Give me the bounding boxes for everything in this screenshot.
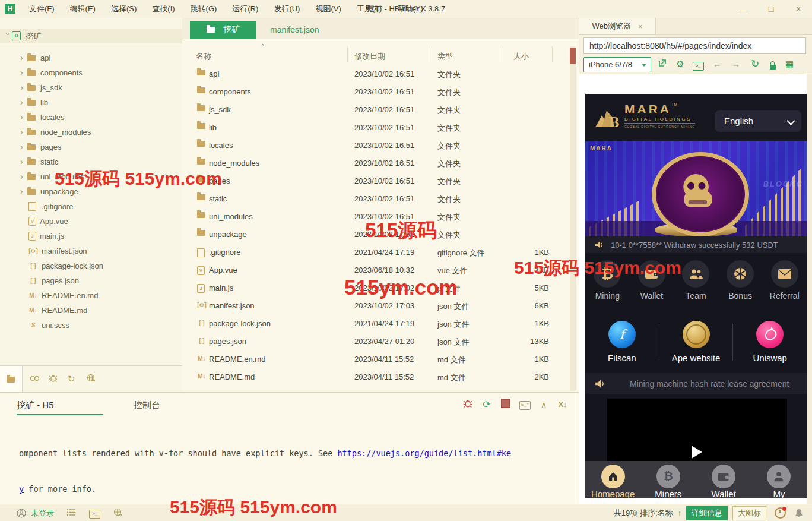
minimize-button[interactable]: — (730, 0, 757, 18)
tab-manifest-json[interactable]: manifest.json (270, 25, 319, 34)
restart-icon[interactable]: ⟳ (481, 399, 492, 410)
tree-item-uni-scss[interactable]: Suni.scss (0, 318, 211, 333)
file-row[interactable]: [ ]pages.json2023/04/27 01:20json 文件13KB (182, 333, 579, 351)
debug-bug-icon[interactable] (462, 399, 473, 410)
stop-icon[interactable] (500, 399, 511, 410)
outline-list-icon[interactable] (67, 509, 76, 518)
tree-item-main-js[interactable]: Jmain.js (0, 229, 211, 244)
debug-icon[interactable] (49, 374, 58, 384)
url-input[interactable]: http://localhost:8080/h5/#/pages/index/i… (583, 37, 806, 54)
tree-item-pages[interactable]: ›pages (0, 140, 202, 154)
device-select[interactable]: iPhone 6/7/8 (583, 57, 651, 72)
chevron-right-icon[interactable]: › (20, 113, 27, 121)
file-row[interactable]: M↓README.md2023/04/11 15:52md 文件2KB (182, 368, 579, 386)
chevron-right-icon[interactable]: › (20, 54, 27, 61)
tab-console[interactable]: 控制台 (134, 400, 160, 411)
tree-item-manifest-json[interactable]: [⚙]manifest.json (0, 244, 211, 258)
chevron-right-icon[interactable]: › (20, 188, 27, 195)
view-large-icons-button[interactable]: 大图标 (732, 506, 766, 520)
settings-gear-icon[interactable]: ⚙ (673, 57, 687, 71)
nav-bonus[interactable]: Bonus (718, 253, 763, 311)
tree-item-readme-en-md[interactable]: M↓README.en.md (0, 288, 211, 303)
file-row[interactable]: js_sdk2023/10/02 16:51文件夹 (182, 101, 579, 119)
maximize-button[interactable]: □ (757, 0, 785, 18)
file-row[interactable]: api2023/10/02 16:51文件夹 (182, 65, 579, 83)
column-header-type[interactable]: 类型 (437, 51, 453, 62)
tree-item-components[interactable]: ›components (0, 65, 202, 80)
chevron-down-icon[interactable]: › (5, 33, 12, 40)
file-row[interactable]: locales2023/10/02 16:51文件夹 (182, 137, 579, 154)
chevron-right-icon[interactable]: › (20, 173, 27, 180)
service-filscan[interactable]: f Filscan (585, 321, 659, 363)
file-row[interactable]: [⚙]manifest.json2023/10/02 17:03json 文件6… (182, 297, 579, 315)
tab-wallet[interactable]: Wallet (696, 461, 751, 498)
tree-item-readme-md[interactable]: M↓README.md (0, 303, 211, 318)
bell-icon[interactable] (794, 509, 804, 518)
scrollbar-thumb[interactable] (570, 48, 576, 64)
login-status[interactable]: 未登录 (31, 508, 54, 519)
tree-item-package-lock-json[interactable]: [ ]package-lock.json (0, 258, 211, 273)
tree-item-pages-json[interactable]: [ ]pages.json (0, 273, 211, 288)
tree-item-node_modules[interactable]: ›node_modules (0, 125, 202, 140)
open-external-icon[interactable] (655, 57, 670, 71)
file-row[interactable]: components2023/10/02 16:51文件夹 (182, 83, 579, 101)
column-header-size[interactable]: 大小 (513, 51, 529, 62)
file-row[interactable]: M↓README.en.md2023/04/11 15:52md 文件1KB (182, 351, 579, 368)
column-header-date[interactable]: 修改日期 (354, 51, 385, 62)
web-view-icon[interactable] (87, 374, 96, 384)
notification-clock-icon[interactable] (775, 507, 786, 519)
tree-item-locales[interactable]: ›locales (0, 110, 202, 125)
play-icon[interactable] (692, 446, 702, 459)
video-player[interactable] (607, 399, 787, 461)
close-button[interactable]: × (785, 0, 812, 18)
tab-run-h5[interactable]: 挖矿 - H5 (17, 400, 54, 411)
refresh-icon[interactable]: ↻ (748, 57, 762, 71)
project-explorer-tab[interactable] (0, 366, 23, 392)
chevron-right-icon[interactable]: › (20, 84, 27, 91)
tab-my[interactable]: My (751, 461, 807, 498)
nav-referral[interactable]: Referral (762, 253, 807, 311)
terminal-icon[interactable]: >_ (89, 507, 100, 519)
file-row[interactable]: lib2023/10/02 16:51文件夹 (182, 119, 579, 137)
file-row[interactable]: static2023/10/02 16:51文件夹 (182, 190, 579, 208)
view-detail-button[interactable]: 详细信息 (686, 506, 728, 520)
tree-item-app-vue[interactable]: VApp.vue (0, 214, 211, 229)
refresh-icon[interactable]: ↻ (68, 374, 75, 384)
tab-project[interactable]: 挖矿 (190, 21, 256, 39)
tab-miners[interactable]: ₿ Miners (640, 461, 696, 498)
collapse-icon[interactable]: ∧ (538, 400, 549, 409)
column-header-name[interactable]: 名称 (196, 51, 211, 62)
user-account-icon[interactable] (17, 509, 26, 518)
file-row[interactable]: node_modules2023/10/02 16:51文件夹 (182, 154, 579, 172)
chevron-right-icon[interactable]: › (20, 158, 27, 165)
tree-item-js_sdk[interactable]: ›js_sdk (0, 80, 202, 95)
chevron-right-icon[interactable]: › (20, 128, 27, 135)
browser-scroll-gutter[interactable] (807, 74, 812, 504)
chevron-right-icon[interactable]: › (20, 69, 27, 76)
tree-root-project[interactable]: › u 挖矿 (0, 29, 187, 43)
back-icon[interactable]: ← (710, 57, 724, 71)
web-cloud-icon[interactable] (113, 508, 123, 519)
qr-code-icon[interactable]: ▦ (782, 57, 797, 71)
hero-banner[interactable]: MARA BLOCKC (585, 141, 807, 236)
close-icon[interactable]: × (638, 22, 643, 31)
file-row[interactable]: pages2023/10/02 16:51文件夹 (182, 172, 579, 190)
language-select[interactable]: English (715, 110, 801, 132)
chevron-right-icon[interactable]: › (20, 99, 27, 106)
chevron-right-icon[interactable]: › (20, 143, 27, 150)
search-icon[interactable] (30, 374, 40, 384)
terminal-icon[interactable]: >_ (691, 57, 705, 71)
log-link[interactable]: y (19, 484, 24, 494)
tab-web-browser[interactable]: Web浏览器 × (579, 18, 656, 34)
clear-log-icon[interactable]: X↓ (557, 400, 568, 409)
terminal-new-icon[interactable]: >_⁺ (519, 399, 530, 410)
tree-item-gitignore[interactable]: .gitignore (0, 199, 211, 214)
forward-icon[interactable]: → (729, 57, 743, 71)
service-uniswap[interactable]: Uniswap (733, 321, 807, 363)
unlock-icon[interactable] (766, 57, 780, 71)
service-ape-website[interactable]: Ape website (659, 321, 733, 363)
tree-item-lib[interactable]: ›lib (0, 95, 202, 110)
tree-item-api[interactable]: ›api (0, 50, 202, 65)
log-link[interactable]: https://vuejs.org/guide/list.html#ke (337, 449, 511, 458)
file-row[interactable]: [ ]package-lock.json2021/04/24 17:19json… (182, 315, 579, 333)
